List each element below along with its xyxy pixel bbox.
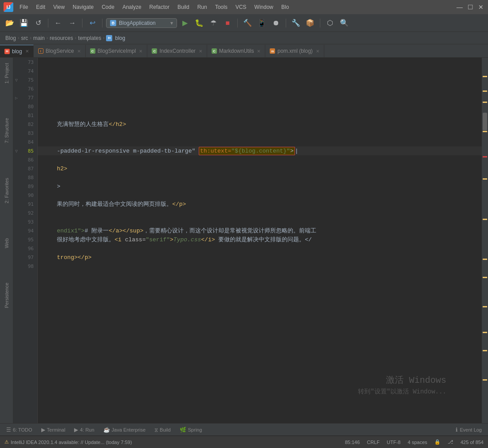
close-button[interactable]: ✕: [477, 4, 484, 11]
bottom-tab-todo[interactable]: ☰ 6: TODO: [4, 426, 35, 434]
menu-vcs[interactable]: VCS: [232, 2, 250, 12]
run-play-button[interactable]: ▶: [179, 17, 191, 29]
build-button[interactable]: 🔨: [241, 17, 254, 29]
bottom-tab-terminal[interactable]: ▶ Terminal: [39, 426, 68, 434]
breadcrumb-main[interactable]: main: [33, 35, 45, 41]
status-line-ending[interactable]: CRLF: [367, 440, 380, 445]
deploy-button[interactable]: 📦: [304, 17, 316, 29]
menu-file[interactable]: File: [16, 2, 31, 12]
fold-icon-75[interactable]: ▽: [15, 78, 18, 83]
app-logo: IJ: [4, 2, 13, 12]
breadcrumb-resources[interactable]: resources: [50, 35, 73, 41]
line-87: 87: [13, 164, 37, 173]
tab-pom[interactable]: m pom.xml (blog) ✕: [265, 45, 324, 57]
status-encoding[interactable]: UTF-8: [387, 440, 401, 445]
open-button[interactable]: 📂: [4, 17, 16, 29]
tab-markdownutils[interactable]: C MarkdownUtils ✕: [207, 45, 266, 57]
code-tag-97a: trong></p>: [57, 254, 91, 261]
menu-build[interactable]: Build: [174, 2, 193, 12]
tab-close-markdownutils[interactable]: ✕: [257, 49, 260, 54]
status-notification[interactable]: IntelliJ IDEA 2020.1.4 available: // Upd…: [11, 440, 132, 445]
sdk-button[interactable]: 📱: [256, 17, 268, 29]
stop-button[interactable]: ■: [221, 17, 234, 29]
sidebar-tab-web[interactable]: Web: [1, 235, 12, 252]
menu-view[interactable]: View: [50, 2, 68, 12]
menu-run[interactable]: Run: [194, 2, 211, 12]
sidebar-tab-structure[interactable]: 7: Structure: [1, 114, 12, 147]
editor-container[interactable]: 73 74 ▽75 76 ▷77 80 81 82 83 84 ▽85 86 8…: [13, 58, 488, 423]
scroll-thumb[interactable]: [483, 113, 487, 130]
tab-label-pom: pom.xml (blog): [277, 48, 312, 54]
menu-blo[interactable]: Blo: [278, 2, 292, 12]
tab-blogserviceimpl[interactable]: C BlogServiceImpl ✕: [86, 45, 148, 57]
save-button[interactable]: 💾: [18, 17, 30, 29]
coverage2-button[interactable]: ⬡: [324, 17, 336, 29]
maximize-button[interactable]: ☐: [467, 4, 474, 11]
code-line-95: 很好地考虑中文排版。<i class="serif">Typo.css</i> …: [38, 235, 482, 244]
scroll-marker-6: [483, 219, 487, 220]
coverage-button[interactable]: ☂: [207, 17, 220, 29]
bottom-tab-eventlog[interactable]: ℹ Event Log: [453, 426, 484, 434]
bottom-tab-run[interactable]: ▶ 4: Run: [71, 426, 97, 434]
tab-label-markdownutils: MarkdownUtils: [219, 48, 254, 54]
forward-button[interactable]: →: [66, 17, 79, 29]
breadcrumb-src[interactable]: src: [21, 35, 28, 41]
line-96: 96: [13, 244, 37, 253]
tab-close-blogserviceimpl[interactable]: ✕: [139, 49, 142, 54]
menu-code[interactable]: Code: [98, 2, 118, 12]
breadcrumb-sep-4: ›: [75, 35, 76, 40]
line-88: 88: [13, 173, 37, 182]
status-indent[interactable]: 4 spaces: [408, 440, 427, 445]
expand-icon-77[interactable]: ▷: [15, 95, 18, 100]
fold-icon-85[interactable]: ▽: [15, 149, 18, 153]
breadcrumb-sep-2: ›: [30, 35, 31, 40]
sidebar-tab-persistence[interactable]: Persistence: [1, 279, 12, 311]
status-warning-icon: ⚠: [4, 439, 9, 445]
menu-refactor[interactable]: Refactor: [146, 2, 173, 12]
tab-blog[interactable]: H blog ✕: [0, 45, 34, 57]
status-git-icon: ⎇: [448, 439, 453, 445]
menu-navigate[interactable]: Navigate: [69, 2, 97, 12]
main-area: 1: Project 7: Structure 2: Favorites Web…: [0, 58, 488, 423]
tab-icon-markdownutils: C: [212, 48, 217, 54]
code-text-89: >: [43, 183, 60, 190]
bottom-tab-build[interactable]: ⧖ Build: [152, 426, 173, 434]
status-position[interactable]: 85:146: [345, 440, 360, 445]
sidebar-tab-project[interactable]: 1: Project: [1, 59, 12, 87]
line-94: 94: [13, 226, 37, 235]
menu-window[interactable]: Window: [251, 2, 277, 12]
breadcrumb-templates[interactable]: templates: [78, 35, 101, 41]
line-80: 80: [13, 102, 37, 111]
activation-line1: 激活 Windows: [358, 374, 446, 387]
line-90: 90: [13, 191, 37, 200]
refresh-button[interactable]: ↺: [32, 17, 44, 29]
bottom-tab-spring[interactable]: 🌿 Spring: [177, 426, 205, 434]
settings-button[interactable]: 🔧: [290, 17, 302, 29]
tab-close-indexcontroller[interactable]: ✕: [199, 49, 202, 54]
menu-tools[interactable]: Tools: [212, 2, 231, 12]
search-button[interactable]: 🔍: [338, 17, 350, 29]
right-scrollbar[interactable]: [482, 58, 488, 423]
record-button[interactable]: ⏺: [270, 17, 282, 29]
minimize-button[interactable]: —: [456, 4, 463, 11]
tab-close-blog[interactable]: ✕: [25, 49, 29, 54]
breadcrumb-blog[interactable]: Blog: [5, 35, 16, 41]
debug-button[interactable]: 🐛: [193, 17, 205, 29]
menu-analyze[interactable]: Analyze: [119, 2, 145, 12]
tab-blogservice[interactable]: I BlogService ✕: [34, 45, 86, 57]
main-toolbar: 📂 💾 ↺ ← → ↩ B BlogApplication ▾ ▶ 🐛 ☂ ■ …: [0, 14, 488, 32]
code-text-95b: 要做的就是解决中文排版的问题。</: [215, 236, 312, 244]
sidebar-tab-favorites[interactable]: 2: Favorites: [1, 174, 12, 207]
tab-indexcontroller[interactable]: C IndexController ✕: [147, 45, 207, 57]
spring-label: Spring: [188, 427, 202, 432]
back-button[interactable]: ←: [52, 17, 64, 29]
code-editor[interactable]: 充满智慧的人生格言</h2> -padded-lr-responsive m-p…: [38, 58, 482, 423]
menu-edit[interactable]: Edit: [32, 2, 49, 12]
code-tag-95c: </i>: [201, 236, 215, 243]
tab-close-pom[interactable]: ✕: [316, 49, 319, 54]
todo-label: 6: TODO: [13, 427, 32, 432]
bottom-tab-enterprise[interactable]: ☕ Java Enterprise: [101, 426, 148, 434]
run-config-selector[interactable]: B BlogApplication ▾: [106, 18, 177, 28]
undo-button[interactable]: ↩: [86, 17, 98, 29]
tab-close-blogservice[interactable]: ✕: [77, 49, 81, 54]
